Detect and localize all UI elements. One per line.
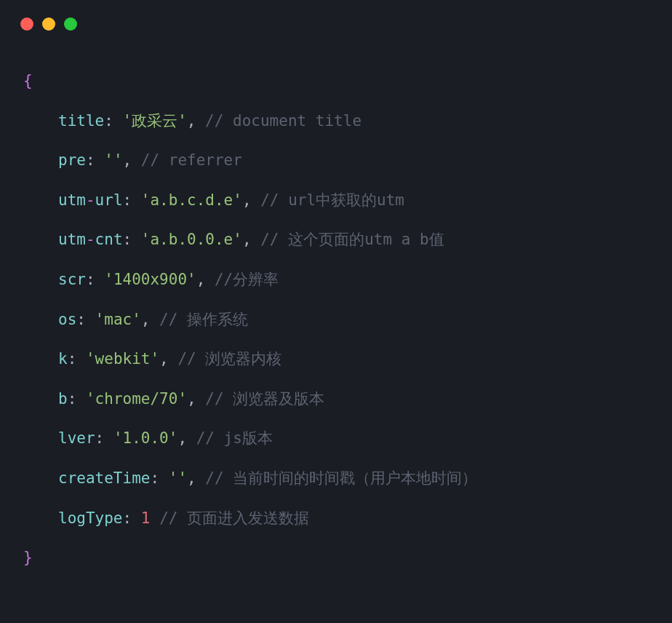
code-line: title: '政采云', // document title — [23, 101, 649, 141]
code-value: 'a.b.c.d.e' — [141, 191, 242, 209]
comma: , — [242, 231, 260, 248]
code-value-number: 1 — [141, 509, 151, 527]
dash: - — [86, 231, 95, 248]
colon: : — [76, 311, 95, 328]
code-key: utm — [58, 231, 86, 248]
code-value: '政采云' — [123, 112, 187, 130]
comma: , — [123, 151, 141, 169]
titlebar — [0, 0, 672, 39]
colon: : — [104, 112, 122, 130]
code-comment: // 操作系统 — [159, 311, 248, 328]
code-value: '1400x900' — [104, 271, 196, 288]
colon: : — [123, 191, 141, 209]
code-line: b: 'chrome/70', // 浏览器及版本 — [23, 379, 649, 419]
code-line: utm-cnt: 'a.b.0.0.e', // 这个页面的utm a b值 — [23, 220, 649, 260]
code-value: 'chrome/70' — [86, 390, 187, 408]
code-key: createTime — [58, 469, 150, 487]
close-icon[interactable] — [20, 17, 33, 31]
comma: , — [159, 350, 177, 368]
code-line: k: 'webkit', // 浏览器内核 — [23, 339, 649, 379]
close-brace: } — [23, 549, 33, 566]
code-line: createTime: '', // 当前时间的时间戳（用户本地时间） — [23, 459, 649, 499]
code-comment: // 这个页面的utm a b值 — [260, 231, 444, 248]
code-key: utm — [58, 191, 86, 209]
minimize-icon[interactable] — [42, 17, 55, 31]
colon: : — [95, 429, 113, 447]
code-comment: // document title — [205, 112, 361, 130]
colon: : — [123, 231, 141, 248]
code-comment: // 浏览器内核 — [177, 350, 281, 368]
comma: , — [187, 390, 205, 408]
code-key: k — [58, 350, 68, 368]
colon: : — [68, 390, 86, 408]
code-key: url — [95, 191, 123, 209]
code-key: logType — [58, 509, 123, 527]
code-comment: // 浏览器及版本 — [205, 390, 324, 408]
code-block: { title: '政采云', // document titlepre: ''… — [0, 39, 672, 600]
code-value: '1.0.0' — [113, 429, 178, 447]
code-line: os: 'mac', // 操作系统 — [23, 300, 649, 340]
code-value: 'webkit' — [86, 350, 159, 368]
code-key: title — [58, 112, 104, 130]
code-comment: // 页面进入发送数据 — [159, 509, 309, 527]
comma: , — [196, 271, 215, 288]
code-value: 'a.b.0.0.e' — [141, 231, 242, 248]
comma: , — [141, 311, 159, 328]
open-brace: { — [23, 72, 33, 90]
code-line: utm-url: 'a.b.c.d.e', // url中获取的utm — [23, 180, 649, 221]
colon: : — [68, 350, 86, 368]
code-key: b — [58, 390, 68, 408]
code-value: 'mac' — [95, 311, 141, 328]
code-key: os — [58, 311, 76, 328]
code-window: { title: '政采云', // document titlepre: ''… — [0, 0, 672, 623]
colon: : — [150, 469, 168, 487]
code-value: '' — [169, 469, 187, 487]
code-line: scr: '1400x900', //分辨率 — [23, 260, 649, 300]
comma: , — [177, 429, 196, 447]
maximize-icon[interactable] — [64, 17, 77, 31]
code-comment: // js版本 — [196, 429, 273, 447]
comma: , — [187, 469, 205, 487]
code-key: cnt — [95, 231, 123, 248]
code-line: logType: 1 // 页面进入发送数据 — [23, 499, 649, 539]
colon: : — [86, 151, 104, 169]
colon: : — [123, 509, 141, 527]
code-line: lver: '1.0.0', // js版本 — [23, 418, 649, 459]
code-comment: // url中获取的utm — [260, 191, 404, 209]
code-comment: // 当前时间的时间戳（用户本地时间） — [205, 469, 477, 487]
dash: - — [86, 191, 95, 209]
code-key: scr — [58, 271, 86, 288]
colon: : — [86, 271, 104, 288]
code-line: pre: '', // referrer — [23, 140, 649, 180]
code-value: '' — [104, 151, 122, 169]
comma: , — [242, 191, 260, 209]
code-comment: //分辨率 — [215, 271, 279, 288]
code-key: lver — [58, 429, 95, 447]
code-comment: // referrer — [141, 151, 242, 169]
comma: , — [187, 112, 205, 130]
code-key: pre — [58, 151, 86, 169]
